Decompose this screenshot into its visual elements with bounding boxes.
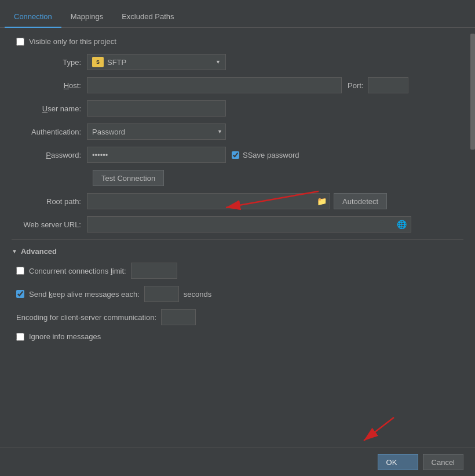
auth-select[interactable]: Password xyxy=(87,123,226,140)
keepalive-input[interactable]: 300 xyxy=(144,286,179,302)
port-label: Port: xyxy=(348,81,363,90)
host-input[interactable]: 127.0.0.1 xyxy=(87,77,342,93)
seconds-label: seconds xyxy=(184,290,211,299)
web-server-url-label: Web server URL: xyxy=(12,220,87,229)
root-path-input[interactable]: /home/bd/library/library xyxy=(87,193,330,209)
password-input[interactable] xyxy=(87,147,226,163)
visible-only-checkbox[interactable] xyxy=(16,38,24,46)
root-path-wrapper: /home/bd/library/library 📁 xyxy=(87,193,330,209)
web-server-url-input[interactable]: http:/// xyxy=(87,216,411,232)
ignore-messages-row: Ignore info messages xyxy=(16,332,463,341)
visible-only-label: Visible only for this project xyxy=(29,37,116,46)
advanced-title: Advanced xyxy=(21,247,57,256)
username-input[interactable]: bd xyxy=(87,100,226,117)
ignore-messages-label: Ignore info messages xyxy=(29,332,101,341)
test-connection-button[interactable]: Test Connection xyxy=(93,170,164,186)
concurrent-label: Concurrent connections limit: xyxy=(29,267,126,275)
main-content: Visible only for this project Type: S SF… xyxy=(0,28,475,448)
username-label: User name: xyxy=(12,104,87,113)
save-password-label: SSave password xyxy=(243,151,299,159)
keepalive-checkbox[interactable] xyxy=(16,290,24,298)
ok-button[interactable]: OK xyxy=(378,454,418,470)
encoding-row: Encoding for client-server communication… xyxy=(16,309,463,325)
type-label: Type: xyxy=(12,58,87,67)
concurrent-checkbox[interactable] xyxy=(16,267,24,275)
host-row: Host: 127.0.0.1 Port: 1234 xyxy=(12,77,463,93)
root-path-label: Root path: xyxy=(12,197,87,206)
encoding-label: Encoding for client-server communication… xyxy=(16,313,156,322)
password-label: Password: xyxy=(12,151,87,159)
type-row: Type: S SFTP xyxy=(12,54,463,70)
root-path-row: Root path: /home/bd/library/library 📁 Au… xyxy=(12,193,463,209)
ignore-messages-checkbox[interactable] xyxy=(16,333,24,341)
type-select[interactable]: S SFTP xyxy=(87,54,226,70)
sftp-icon: S xyxy=(92,57,104,67)
scrollbar-thumb[interactable] xyxy=(470,34,475,150)
save-password-checkbox[interactable] xyxy=(232,151,239,159)
divider xyxy=(12,239,463,240)
keepalive-label: Send keep alive messages each: xyxy=(29,290,140,299)
visible-only-row: Visible only for this project xyxy=(16,37,463,46)
tab-excluded-paths[interactable]: Excluded Paths xyxy=(112,6,183,28)
bottom-bar: OK Cancel xyxy=(0,448,475,476)
concurrent-row: Concurrent connections limit: xyxy=(16,263,463,279)
web-url-wrapper: http:/// 🌐 xyxy=(87,216,411,232)
cancel-button[interactable]: Cancel xyxy=(423,454,463,470)
folder-browse-button[interactable]: 📁 xyxy=(315,197,329,206)
port-row: Port: 1234 xyxy=(348,77,408,93)
advanced-header[interactable]: ▼ Advanced xyxy=(12,247,463,256)
save-password-row: SSave password xyxy=(232,151,299,159)
password-row: Password: SSave password xyxy=(12,147,463,163)
username-row: User name: bd xyxy=(12,100,463,117)
dialog-container: Connection Mappings Excluded Paths Visib… xyxy=(0,0,475,476)
web-server-url-row: Web server URL: http:/// 🌐 xyxy=(12,216,463,232)
globe-button[interactable]: 🌐 xyxy=(394,220,409,229)
tab-mappings[interactable]: Mappings xyxy=(61,6,112,28)
type-select-text: SFTP xyxy=(107,58,126,67)
auth-label: Authentication: xyxy=(12,128,87,136)
tab-bar: Connection Mappings Excluded Paths xyxy=(0,0,475,28)
tab-connection[interactable]: Connection xyxy=(5,6,61,28)
keepalive-row: Send keep alive messages each: 300 secon… xyxy=(16,286,463,302)
advanced-collapse-arrow: ▼ xyxy=(12,248,17,255)
autodetect-button[interactable]: Autodetect xyxy=(334,193,387,209)
encoding-input[interactable]: GBK xyxy=(161,309,196,325)
scrollbar[interactable] xyxy=(470,28,475,444)
test-connection-row: Test Connection xyxy=(93,170,463,186)
port-input[interactable]: 1234 xyxy=(368,77,408,93)
concurrent-input[interactable] xyxy=(131,263,177,279)
auth-row: Authentication: Password xyxy=(12,123,463,140)
host-label: Host: xyxy=(12,81,87,90)
